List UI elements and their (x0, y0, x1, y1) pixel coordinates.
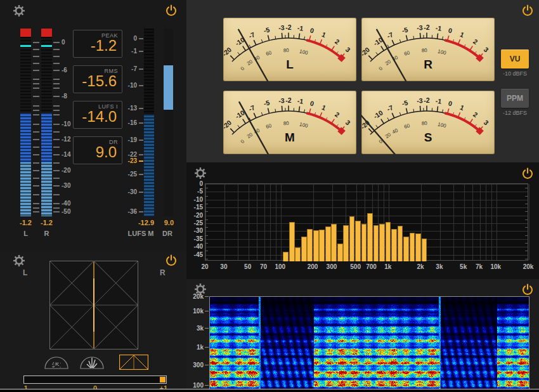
spectrum-bar (319, 230, 325, 261)
lufs-scale-tick (139, 160, 143, 162)
scale-tick (33, 154, 39, 155)
scale-label: 0 (62, 39, 65, 46)
gridline (497, 184, 497, 260)
y-axis-label: -10 (186, 195, 203, 202)
spectrum-bar (283, 252, 289, 261)
scale-tick (33, 170, 39, 171)
meter-name-right: R (34, 230, 60, 237)
scale-tick (33, 207, 39, 209)
axis-minor-tick (525, 196, 528, 197)
vu-channel-label: L (286, 58, 294, 71)
lufs-scale-label: 0 (108, 35, 137, 42)
scale-tick (33, 42, 39, 43)
y-axis-label: 0 (186, 180, 203, 187)
svg-text:0: 0 (240, 138, 246, 145)
scale-label: -12 (62, 136, 70, 143)
power-glyph (521, 167, 534, 180)
power-button[interactable] (521, 167, 534, 180)
svg-text:-7: -7 (247, 103, 256, 113)
gridline (205, 207, 528, 208)
lufs-scale-label: -36 (108, 208, 137, 215)
vu-needle (238, 30, 289, 81)
axis-minor-tick (205, 204, 208, 204)
svg-text:-3: -3 (278, 23, 285, 32)
scale-label: -20 (62, 167, 70, 174)
svg-text:60: 60 (265, 49, 273, 56)
level-meter-right (41, 29, 52, 216)
x-axis-label: 50 (244, 263, 251, 270)
gonio-mode-lines-button[interactable] (80, 355, 104, 372)
power-button[interactable] (521, 283, 534, 296)
scale-tick (33, 211, 39, 212)
axis-minor-tick (205, 259, 208, 259)
spectrum-bar (415, 233, 421, 261)
power-button[interactable] (165, 254, 178, 266)
gridline (281, 184, 282, 260)
x-axis-label: 3k (436, 263, 443, 270)
y-axis-label: -35 (186, 235, 203, 242)
svg-text:1: 1 (459, 103, 465, 112)
scale-tick (33, 114, 39, 115)
spectrogram-freq-tick (205, 347, 209, 348)
svg-text:80: 80 (422, 48, 428, 53)
goniometer-panel: L R (0, 251, 186, 389)
gridline (491, 184, 492, 260)
axis-minor-tick (205, 251, 208, 251)
x-axis-label: 200 (308, 263, 318, 270)
svg-text:2: 2 (334, 37, 341, 46)
correlation-meter (23, 376, 167, 384)
scale-tick (53, 105, 60, 107)
clip-indicator-right (41, 29, 52, 37)
power-button[interactable] (521, 4, 534, 16)
vu-channel-label: S (424, 131, 432, 144)
lufs-scale-label: -10 (108, 82, 137, 89)
svg-text:0: 0 (240, 65, 246, 72)
settings-gear-icon[interactable] (13, 254, 25, 267)
svg-text:-7: -7 (386, 103, 394, 113)
spectrum-bar (386, 222, 391, 262)
ppm-mode-button[interactable]: PPM (501, 89, 529, 108)
lufs-scale-label: -1 (108, 48, 137, 55)
svg-text:-1: -1 (435, 24, 442, 32)
svg-text:1: 1 (321, 30, 327, 39)
y-axis-label: -20 (186, 211, 203, 218)
svg-text:-1: -1 (435, 97, 442, 105)
gonio-left-label: L (23, 268, 27, 277)
axis-minor-tick (205, 227, 208, 228)
settings-gear-icon[interactable] (13, 4, 25, 17)
scale-tick (53, 42, 60, 43)
lufs-scale-label: -25 (108, 171, 137, 178)
vu-mode-button[interactable]: VU (501, 49, 529, 69)
vu-meters-panel: -20-10-7-5-3-2-10123020406080100L -20-10… (186, 0, 539, 162)
axis-minor-tick (205, 196, 208, 197)
gonio-mode-vector-button-selected[interactable] (119, 355, 148, 372)
axis-minor-tick (525, 251, 528, 251)
y-axis-label: -45 (186, 251, 203, 258)
svg-text:60: 60 (403, 122, 411, 129)
gonio-mode-dots-button[interactable] (44, 355, 68, 372)
scale-tick (33, 96, 39, 97)
svg-text:100: 100 (299, 48, 309, 56)
power-glyph (521, 283, 534, 296)
spectrum-bar (361, 224, 367, 261)
power-button[interactable] (165, 4, 178, 16)
svg-text:-10: -10 (372, 36, 384, 47)
spectrum-bar (367, 213, 373, 261)
lufs-scale-label: -7 (108, 65, 137, 72)
scale-tick (53, 194, 60, 195)
power-glyph (521, 4, 534, 16)
svg-text:40: 40 (391, 127, 399, 135)
x-axis-label: 5k (460, 263, 467, 270)
settings-gear-icon[interactable] (194, 167, 207, 180)
lufs-scale-label: -19 (108, 136, 137, 143)
peak-hold-line-right (41, 45, 52, 47)
y-axis-label: -5 (186, 188, 203, 195)
spectrum-bar (403, 237, 409, 261)
spectrogram-freq-label: 300 (186, 362, 204, 369)
svg-text:0: 0 (448, 26, 453, 34)
spectrum-bar (307, 229, 313, 261)
spectrogram-freq-tick (205, 328, 209, 329)
x-axis-label: 2k (417, 263, 424, 270)
dr-meter-name: DR (159, 230, 176, 237)
svg-text:-5: -5 (401, 25, 408, 34)
